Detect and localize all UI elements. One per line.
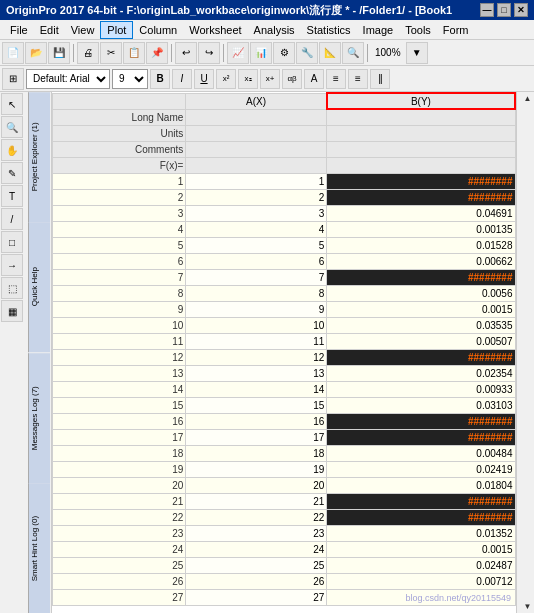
meta-a-1[interactable]	[186, 125, 327, 141]
cell-b-16[interactable]: ########	[327, 413, 515, 429]
zoom-dropdown[interactable]: ▼	[406, 42, 428, 64]
cell-a-21[interactable]: 21	[186, 493, 327, 509]
cell-b-13[interactable]: 0.02354	[327, 365, 515, 381]
plot2-btn[interactable]: 📊	[250, 42, 272, 64]
special-char-btn[interactable]: x+	[260, 69, 280, 89]
menu-image[interactable]: Image	[357, 22, 400, 38]
cell-a-25[interactable]: 25	[186, 557, 327, 573]
text-tool[interactable]: T	[1, 185, 23, 207]
cell-b-2[interactable]: ########	[327, 189, 515, 205]
cell-b-27[interactable]	[327, 589, 515, 605]
col-a-header[interactable]: A(X)	[186, 93, 327, 109]
sheet-scroll[interactable]: A(X) B(Y) Long Name Units Comments F(x)=	[52, 92, 516, 613]
close-btn[interactable]: ✕	[514, 3, 528, 17]
cell-a-19[interactable]: 19	[186, 461, 327, 477]
arrow-tool[interactable]: →	[1, 254, 23, 276]
cell-b-22[interactable]: ########	[327, 509, 515, 525]
cell-b-10[interactable]: 0.03535	[327, 317, 515, 333]
menu-edit[interactable]: Edit	[34, 22, 65, 38]
undo-btn[interactable]: ↩	[175, 42, 197, 64]
tool4-btn[interactable]: 🔍	[342, 42, 364, 64]
menu-view[interactable]: View	[65, 22, 101, 38]
mask-tool[interactable]: ▦	[1, 300, 23, 322]
cell-a-16[interactable]: 16	[186, 413, 327, 429]
meta-a-2[interactable]	[186, 141, 327, 157]
draw-tool[interactable]: ✎	[1, 162, 23, 184]
right-scroll-down[interactable]: ▼	[517, 600, 534, 613]
cell-a-14[interactable]: 14	[186, 381, 327, 397]
cell-a-9[interactable]: 9	[186, 301, 327, 317]
align-left-btn[interactable]: ≡	[326, 69, 346, 89]
cell-b-17[interactable]: ########	[327, 429, 515, 445]
cell-b-15[interactable]: 0.03103	[327, 397, 515, 413]
cell-b-21[interactable]: ########	[327, 493, 515, 509]
print-btn[interactable]: 🖨	[77, 42, 99, 64]
underline-btn[interactable]: U	[194, 69, 214, 89]
cell-a-2[interactable]: 2	[186, 189, 327, 205]
menu-file[interactable]: File	[4, 22, 34, 38]
cell-a-15[interactable]: 15	[186, 397, 327, 413]
subscript-btn[interactable]: x₂	[238, 69, 258, 89]
cell-a-22[interactable]: 22	[186, 509, 327, 525]
cell-a-27[interactable]: 27	[186, 589, 327, 605]
cell-b-4[interactable]: 0.00135	[327, 221, 515, 237]
menu-column[interactable]: Column	[133, 22, 183, 38]
cell-b-3[interactable]: 0.04691	[327, 205, 515, 221]
cell-a-17[interactable]: 17	[186, 429, 327, 445]
cell-a-23[interactable]: 23	[186, 525, 327, 541]
cell-b-25[interactable]: 0.02487	[327, 557, 515, 573]
new-btn[interactable]: 📄	[2, 42, 24, 64]
copy-btn[interactable]: 📋	[123, 42, 145, 64]
cell-b-11[interactable]: 0.00507	[327, 333, 515, 349]
cell-a-8[interactable]: 8	[186, 285, 327, 301]
cell-b-14[interactable]: 0.00933	[327, 381, 515, 397]
meta-b-1[interactable]	[327, 125, 515, 141]
font-select[interactable]: Default: Arial	[26, 69, 110, 89]
menu-format[interactable]: Form	[437, 22, 475, 38]
tool3-btn[interactable]: 📐	[319, 42, 341, 64]
cell-b-9[interactable]: 0.0015	[327, 301, 515, 317]
meta-b-0[interactable]	[327, 109, 515, 125]
cell-a-11[interactable]: 11	[186, 333, 327, 349]
right-scroll-up[interactable]: ▲	[517, 92, 534, 105]
cell-a-12[interactable]: 12	[186, 349, 327, 365]
greek-btn[interactable]: αβ	[282, 69, 302, 89]
smart-hint-label[interactable]: Smart Hint Log (0)	[28, 483, 50, 613]
bold-btn[interactable]: B	[150, 69, 170, 89]
cell-b-19[interactable]: 0.02419	[327, 461, 515, 477]
cell-b-1[interactable]: ########	[327, 173, 515, 189]
quick-help-label[interactable]: Quick Help	[28, 222, 50, 352]
cell-b-24[interactable]: 0.0015	[327, 541, 515, 557]
menu-plot[interactable]: Plot	[100, 21, 133, 39]
cell-b-6[interactable]: 0.00662	[327, 253, 515, 269]
graph-btn[interactable]: 📈	[227, 42, 249, 64]
cell-b-5[interactable]: 0.01528	[327, 237, 515, 253]
region-tool[interactable]: ⬚	[1, 277, 23, 299]
cell-b-20[interactable]: 0.01804	[327, 477, 515, 493]
cell-b-18[interactable]: 0.00484	[327, 445, 515, 461]
cell-a-13[interactable]: 13	[186, 365, 327, 381]
cell-a-1[interactable]: 1	[186, 173, 327, 189]
pan-tool[interactable]: ✋	[1, 139, 23, 161]
redo-btn[interactable]: ↪	[198, 42, 220, 64]
align-center-btn[interactable]: ≡	[348, 69, 368, 89]
cut-btn[interactable]: ✂	[100, 42, 122, 64]
cell-b-23[interactable]: 0.01352	[327, 525, 515, 541]
tool1-btn[interactable]: ⚙	[273, 42, 295, 64]
menu-tools[interactable]: Tools	[399, 22, 437, 38]
save-btn[interactable]: 💾	[48, 42, 70, 64]
cell-a-6[interactable]: 6	[186, 253, 327, 269]
cell-a-10[interactable]: 10	[186, 317, 327, 333]
cell-type-btn[interactable]: ⊞	[2, 68, 24, 90]
line-tool[interactable]: /	[1, 208, 23, 230]
open-btn[interactable]: 📂	[25, 42, 47, 64]
menu-worksheet[interactable]: Worksheet	[183, 22, 247, 38]
cell-a-26[interactable]: 26	[186, 573, 327, 589]
font-size-select[interactable]: 9	[112, 69, 148, 89]
meta-b-2[interactable]	[327, 141, 515, 157]
menu-analysis[interactable]: Analysis	[248, 22, 301, 38]
font-color-btn[interactable]: A	[304, 69, 324, 89]
meta-a-0[interactable]	[186, 109, 327, 125]
meta-a-3[interactable]	[186, 157, 327, 173]
tool2-btn[interactable]: 🔧	[296, 42, 318, 64]
